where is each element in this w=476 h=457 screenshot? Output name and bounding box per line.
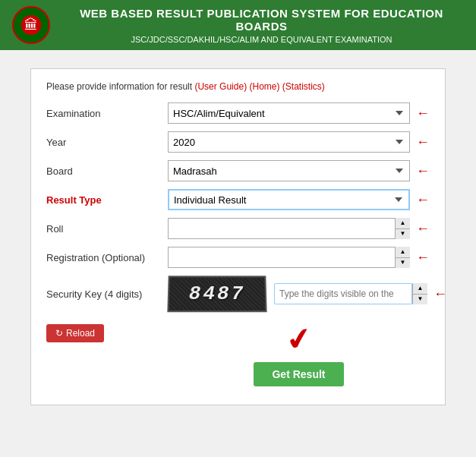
security-key-input[interactable] — [274, 283, 412, 304]
security-down-button[interactable]: ▼ — [413, 295, 427, 305]
header-text: WEB BASED RESULT PUBLICATION SYSTEM FOR … — [59, 7, 464, 44]
security-label: Security Key (4 digits) — [46, 288, 168, 300]
board-label: Board — [46, 165, 168, 177]
year-row: Year 2020 2019 2018 2021 ← — [46, 131, 430, 153]
checkmark-icon: ✔ — [283, 319, 314, 358]
examination-arrow: ← — [416, 106, 430, 121]
security-up-button[interactable]: ▲ — [413, 283, 427, 295]
registration-row: Registration (Optional) ▲ ▼ ← — [46, 247, 430, 268]
header-subtitle: JSC/JDC/SSC/DAKHIL/HSC/ALIM AND EQUIVALE… — [59, 35, 464, 44]
roll-label: Roll — [46, 223, 168, 235]
security-input-wrap: ▲ ▼ — [274, 283, 427, 304]
roll-input-wrap: ▲ ▼ — [168, 218, 410, 239]
checkmark-area: ✔ — [286, 321, 312, 356]
board-select[interactable]: Madrasah Dhaka Chittagong Rajshahi Jesso… — [168, 160, 410, 181]
roll-row: Roll ▲ ▼ ← — [46, 218, 430, 239]
roll-up-button[interactable]: ▲ — [396, 218, 410, 229]
security-row: Security Key (4 digits) 8487 ▲ ▼ ← — [46, 276, 430, 312]
reload-icon: ↻ — [55, 328, 63, 339]
roll-input[interactable] — [168, 218, 410, 239]
header-logo: 🏛 — [12, 6, 50, 44]
registration-label: Registration (Optional) — [46, 252, 168, 263]
statistics-link[interactable]: (Statistics) — [282, 81, 325, 92]
reload-label: Reload — [66, 328, 95, 339]
result-type-label: Result Type — [46, 194, 168, 206]
roll-down-button[interactable]: ▼ — [396, 229, 410, 240]
registration-input[interactable] — [168, 247, 410, 268]
main-content: Please provide information for result (U… — [0, 50, 476, 424]
user-guide-link[interactable]: (User Guide) — [194, 81, 247, 92]
registration-spinner: ▲ ▼ — [395, 247, 410, 268]
examination-label: Examination — [46, 108, 168, 119]
registration-input-wrap: ▲ ▼ — [168, 247, 410, 268]
info-prefix: Please provide information for result — [46, 81, 194, 92]
year-arrow: ← — [416, 134, 430, 150]
right-side: ✔ Get Result — [168, 321, 430, 386]
captcha-text: 8487 — [189, 282, 246, 305]
reload-button[interactable]: ↻ Reload — [46, 324, 104, 342]
result-type-select[interactable]: Individual Result Institution Result — [168, 189, 410, 210]
security-arrow: ← — [433, 286, 447, 302]
roll-arrow: ← — [416, 221, 430, 237]
registration-arrow: ← — [416, 250, 430, 266]
home-link[interactable]: (Home) — [249, 81, 279, 92]
bottom-row: ↻ Reload ✔ Get Result — [46, 321, 430, 386]
examination-row: Examination HSC/Alim/Equivalent JSC/JDC … — [46, 102, 430, 124]
roll-spinner: ▲ ▼ — [395, 218, 410, 239]
get-result-button[interactable]: Get Result — [254, 362, 343, 386]
registration-down-button[interactable]: ▼ — [396, 258, 410, 269]
year-label: Year — [46, 137, 168, 148]
board-arrow: ← — [416, 163, 430, 179]
info-bar: Please provide information for result (U… — [46, 81, 430, 92]
header-title: WEB BASED RESULT PUBLICATION SYSTEM FOR … — [59, 7, 464, 33]
header: 🏛 WEB BASED RESULT PUBLICATION SYSTEM FO… — [0, 0, 476, 50]
reload-area: ↻ Reload — [46, 321, 168, 342]
registration-up-button[interactable]: ▲ — [396, 247, 410, 258]
year-select[interactable]: 2020 2019 2018 2021 — [168, 131, 410, 153]
result-type-row: Result Type Individual Result Institutio… — [46, 189, 430, 210]
form-container: Please provide information for result (U… — [30, 68, 446, 405]
result-type-arrow: ← — [416, 192, 430, 208]
board-row: Board Madrasah Dhaka Chittagong Rajshahi… — [46, 160, 430, 181]
examination-select[interactable]: HSC/Alim/Equivalent JSC/JDC SSC/Dakhil/E… — [168, 102, 410, 124]
captcha-image: 8487 — [167, 276, 266, 312]
